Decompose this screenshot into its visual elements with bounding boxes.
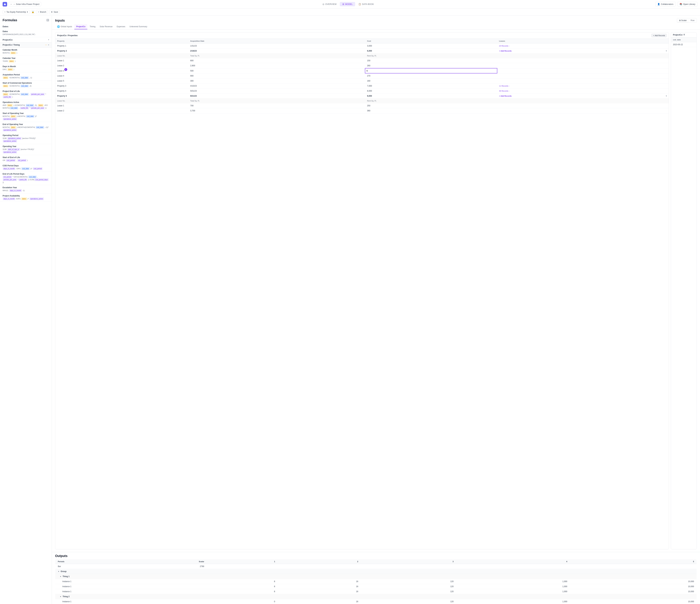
thing1-label[interactable]: ▼ Thing 1 [55, 574, 697, 579]
period-label: Bar [55, 564, 88, 569]
back-button[interactable]: ← ← Solar Infra Power Project [8, 2, 41, 6]
table-row: Instance 1 8 16 120 1,000 10,000 [55, 584, 697, 589]
col-property: Property [55, 39, 188, 44]
tab-databook[interactable]: 📋 DATA BOOK [356, 2, 376, 6]
table-row: Lease 4 900 270 [55, 73, 669, 78]
tab-solar-revenue[interactable]: Solar Revenue [98, 24, 115, 29]
total-sqft-header: Total Sq. Ft. [188, 99, 365, 103]
table-row: Instance 1 8 16 120 1,000 10,000 [55, 579, 697, 584]
tab-expenses[interactable]: Expenses [115, 24, 127, 29]
side-header-row: cod_date [671, 38, 697, 42]
property-name: Property 5 [55, 94, 188, 99]
collaborators-button[interactable]: 👤 Collaborators [655, 2, 676, 6]
thing2-label[interactable]: ▼ Thing 2 [55, 594, 697, 599]
lease-no: Lease 2 [55, 108, 188, 113]
lock-button[interactable]: 🔒 [31, 10, 35, 14]
property-acq-date: 9/21/23 [188, 94, 365, 99]
table-row: Instance 1 8 16 120 1,000 10,000 [55, 589, 697, 594]
partnership-dropdown[interactable]: ⑂ Tax Equity Partnership ▾ [3, 10, 30, 14]
escalation-year-formula: Escalation Year MAX(0, days_in_month -1) [0, 185, 52, 193]
table-header-row: Property Acquisition Date Cost Leases [55, 39, 669, 44]
property-acq-date: 1/31/23 [188, 44, 365, 48]
property-leases: + Add Records ▾ [497, 48, 669, 53]
tab-projectco[interactable]: ProjectCo [74, 24, 88, 29]
add-records-property5-button[interactable]: + Add Records [499, 95, 512, 97]
side-table: ProjectCo / T cod_date 2023-05-22 [671, 32, 697, 549]
global-icon: 🌐 [57, 25, 60, 28]
project-eol-formula: Project End of Life dates =EOMONTH( cod_… [0, 89, 52, 100]
col-5: 5 [570, 559, 697, 564]
records-link[interactable]: 11 Records › [499, 85, 667, 87]
property-cost: 9,000 [365, 94, 497, 99]
overview-icon: ◎ [322, 3, 324, 5]
rent-sqft-input-cell[interactable] [365, 68, 497, 73]
records-link[interactable]: 23 Records › [499, 45, 667, 47]
branch-button[interactable]: ⑂ Branch [36, 10, 48, 14]
tab-model[interactable]: ⊞ MODEL [340, 2, 355, 6]
plus-icon: + [653, 34, 654, 37]
tab-timing[interactable]: Timing [88, 24, 97, 29]
col-4: 4 [456, 559, 570, 564]
save-button[interactable]: ⬇ Save [49, 10, 60, 14]
more-options-icon[interactable]: ··· [45, 44, 47, 46]
open-library-button[interactable]: 📚 Open Library [677, 2, 697, 6]
nav-tabs: ◎ OVERVIEW ⊞ MODEL 📋 DATA BOOK [320, 2, 376, 6]
operating-year-formula: Operating Year SUM start_of_ops_yr [anch… [0, 144, 52, 155]
row-view-button[interactable]: Row [689, 19, 696, 22]
group-label[interactable]: ▼ Group [55, 569, 697, 574]
instance-label: Instance 1 [55, 584, 88, 589]
tab-global-inputs[interactable]: 🌐 Global Inputs [55, 24, 74, 29]
table-row: Lease 2 3,700 360 [55, 108, 669, 113]
table-row: Lease 1 800 150 [55, 58, 669, 63]
library-icon: 📚 [680, 3, 682, 5]
property-leases: + Add Records ▾ [497, 94, 669, 99]
lease-no: Lease 1 [55, 58, 188, 63]
side-breadcrumb: ProjectCo / T [671, 32, 697, 38]
view-toggle: ⊞ Scalar Row [677, 18, 697, 23]
lease-no-header: Lease No. [55, 99, 188, 103]
property-leases: 23 Records › [497, 44, 669, 48]
records-link[interactable]: 36 Records › [499, 90, 667, 92]
lock-icon: 🔒 [32, 11, 34, 13]
acquisition-period-formula: Acquisition Period dates =EOMONTH( cod_d… [0, 72, 52, 80]
group-collapse-icon[interactable]: ▼ [58, 571, 59, 572]
project-name: ← Solar Infra Power Project [13, 3, 40, 5]
lease-no: Lease 2 [55, 63, 188, 68]
add-records-top-button[interactable]: + Add Records [651, 34, 667, 37]
tab-unlevered-summary[interactable]: Unlevered Summary [127, 24, 149, 29]
scalar-view-button[interactable]: ⊞ Scalar [677, 19, 688, 22]
tab-overview[interactable]: ◎ OVERVIEW [320, 2, 339, 6]
property-cost: 8,000 [365, 89, 497, 94]
thing1-collapse-icon[interactable]: ▼ [60, 576, 61, 577]
total-sqft: 2,800 [188, 63, 365, 68]
thing2-collapse-icon[interactable]: ▼ [60, 596, 61, 598]
breadcrumb-row: ProjectCo / Properties + Add Records [55, 32, 669, 39]
timing-label: ProjectCo / Timing [3, 44, 20, 46]
collapse-panel-icon[interactable]: ⊟ [46, 18, 49, 22]
col-scalar: Scalar [88, 559, 207, 564]
table-row: Property 2 2/16/23 6,000 + Add Records ▾ [55, 48, 669, 53]
col-2: 2 [278, 559, 361, 564]
bar-scalar: 2790 [88, 564, 207, 569]
add-records-property2-button[interactable]: + Add Records [499, 50, 512, 52]
property-name: Property 4 [55, 89, 188, 94]
rent-sqft-header: Rent Sq. Ft. [365, 99, 497, 103]
projectco-section-header[interactable]: ProjectCo ▾ [0, 37, 52, 42]
projectco-chevron-icon: ▾ [48, 39, 49, 41]
expand-chevron-icon[interactable]: ▾ [666, 50, 667, 52]
expand-chevron-icon2[interactable]: ▾ [666, 95, 667, 97]
end-operating-year-formula: End of Operating Year MONTH( dates )=MON… [0, 122, 52, 133]
timing-subsection-header[interactable]: ProjectCo / Timing ··· ▾ [0, 42, 52, 48]
property-cost: 3,000 [365, 44, 497, 48]
rent-sqft-input[interactable] [367, 70, 373, 72]
lease-no: Lease 1 [55, 103, 188, 108]
col-cod-date: cod_date [671, 38, 697, 42]
formulas-panel: Formulas ⊟ Dates Dates DATERANGE(DATE,20… [0, 16, 52, 604]
add-lease-button[interactable]: + [64, 68, 67, 71]
breadcrumb: ProjectCo / Properties [57, 34, 78, 37]
inputs-section: Inputs ⊞ Scalar Row 🌐 Global Inputs [52, 16, 700, 552]
total-sqft-header: Total Sq. Ft. [188, 53, 365, 58]
property-cost: 7,000 [365, 83, 497, 89]
dates-section-header[interactable]: Dates [0, 24, 52, 29]
col-periods: Periods [55, 559, 88, 564]
